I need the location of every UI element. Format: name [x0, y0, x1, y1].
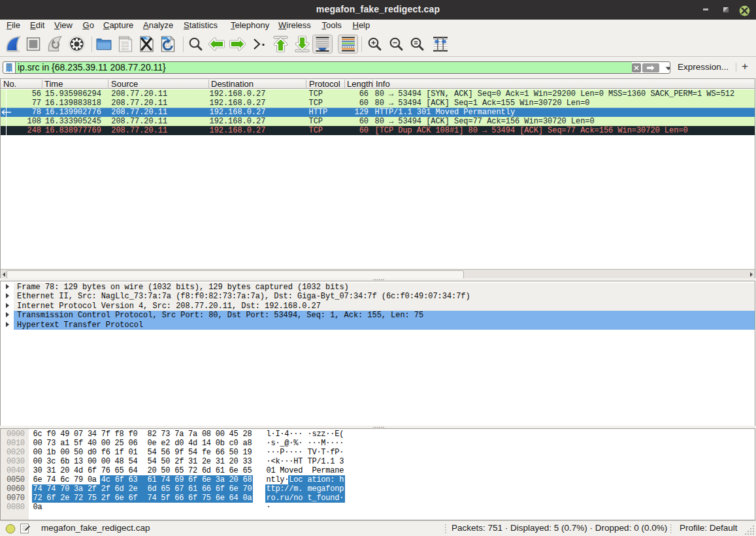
svg-text:0011: 0011 [122, 48, 129, 52]
